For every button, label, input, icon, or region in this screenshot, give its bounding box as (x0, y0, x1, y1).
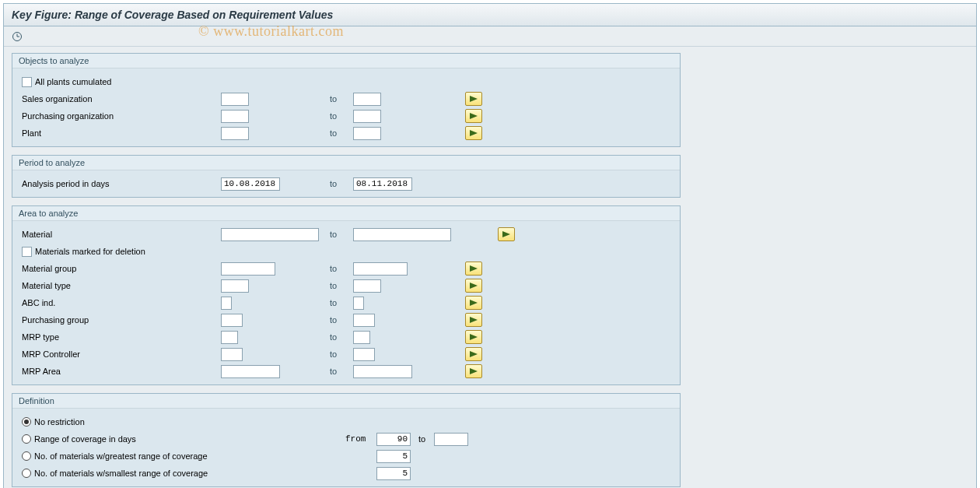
material-group-multi-button[interactable] (465, 262, 482, 276)
purchasing-group-to[interactable] (353, 314, 375, 327)
from-label: from (345, 434, 376, 444)
window-title: Key Figure: Range of Coverage Based on R… (12, 9, 333, 21)
purchasing-group-label: Purchasing group (22, 315, 89, 325)
smallest-radio[interactable] (22, 469, 31, 478)
arrow-right-icon (470, 317, 478, 323)
to-label: to (330, 332, 337, 342)
to-label: to (330, 349, 337, 359)
svg-marker-13 (470, 368, 478, 374)
svg-marker-4 (470, 113, 478, 119)
group-definition: Definition No restriction Range of cover… (12, 393, 681, 487)
mrp-area-to[interactable] (353, 365, 412, 378)
greatest-label: No. of materials w/greatest range of cov… (34, 451, 208, 461)
smallest-label: No. of materials w/smallest range of cov… (34, 469, 208, 478)
greatest-radio[interactable] (22, 451, 31, 461)
abc-to[interactable] (353, 297, 364, 310)
material-label: Material (22, 230, 52, 239)
smallest-value[interactable] (376, 467, 411, 480)
analysis-period-to[interactable] (353, 177, 412, 191)
mrp-type-from[interactable] (221, 331, 238, 344)
range-days-from[interactable] (376, 433, 411, 446)
purchasing-group-multi-button[interactable] (465, 313, 482, 327)
to-label: to (330, 179, 337, 188)
material-type-from[interactable] (221, 279, 249, 293)
purchasing-org-from[interactable] (221, 110, 249, 123)
group-area: Area to analyze Material to Materials ma… (12, 205, 681, 385)
abc-multi-button[interactable] (465, 296, 482, 310)
mrp-area-from[interactable] (221, 365, 280, 378)
window: Key Figure: Range of Coverage Based on R… (3, 3, 977, 488)
arrow-right-icon (470, 283, 478, 289)
mrp-area-label: MRP Area (22, 367, 61, 376)
material-type-label: Material type (22, 281, 71, 290)
svg-marker-12 (470, 351, 478, 357)
arrow-right-icon (470, 368, 478, 374)
materials-deletion-checkbox[interactable] (22, 247, 32, 257)
plant-multi-button[interactable] (465, 126, 482, 140)
material-group-from[interactable] (221, 262, 275, 276)
svg-marker-8 (470, 283, 478, 289)
material-type-to[interactable] (353, 279, 381, 293)
no-restriction-label: No restriction (34, 417, 85, 427)
analysis-period-label: Analysis period in days (22, 179, 110, 188)
to-label: to (330, 111, 337, 121)
group-objects: Objects to analyze All plants cumulated … (12, 53, 681, 147)
titlebar: Key Figure: Range of Coverage Based on R… (4, 4, 976, 26)
arrow-right-icon (470, 130, 478, 136)
purchasing-org-multi-button[interactable] (465, 109, 482, 123)
svg-marker-6 (502, 231, 510, 237)
purchasing-org-label: Purchasing organization (22, 111, 114, 121)
clock-execute-icon (12, 31, 23, 42)
watermark: © www.tutorialkart.com (198, 23, 344, 40)
material-from[interactable] (221, 228, 319, 241)
sales-org-label: Sales organization (22, 94, 93, 104)
toolbar: © www.tutorialkart.com (4, 26, 976, 47)
no-restriction-radio[interactable] (22, 417, 31, 427)
mrp-type-multi-button[interactable] (465, 330, 482, 344)
mrp-controller-to[interactable] (353, 348, 375, 361)
plant-label: Plant (22, 128, 41, 138)
arrow-right-icon (470, 351, 478, 357)
sales-org-multi-button[interactable] (465, 92, 482, 106)
plant-from[interactable] (221, 127, 249, 140)
to-label: to (330, 315, 337, 325)
to-label: to (330, 94, 337, 104)
mrp-type-to[interactable] (353, 331, 370, 344)
material-group-to[interactable] (353, 262, 408, 276)
material-type-multi-button[interactable] (465, 279, 482, 293)
svg-marker-9 (470, 300, 478, 306)
group-title-area: Area to analyze (12, 206, 680, 221)
to-label: to (330, 367, 337, 376)
material-group-label: Material group (22, 264, 76, 273)
to-label: to (330, 281, 337, 290)
plant-to[interactable] (353, 127, 381, 140)
purchasing-group-from[interactable] (221, 314, 243, 327)
arrow-right-icon (470, 113, 478, 119)
mrp-controller-from[interactable] (221, 348, 243, 361)
group-title-period: Period to analyze (12, 156, 680, 170)
arrow-right-icon (470, 300, 478, 306)
group-period: Period to analyze Analysis period in day… (12, 155, 681, 198)
purchasing-org-to[interactable] (353, 110, 381, 123)
svg-marker-3 (470, 96, 478, 102)
material-multi-button[interactable] (498, 227, 515, 241)
execute-button[interactable] (9, 29, 26, 44)
mrp-controller-multi-button[interactable] (465, 347, 482, 361)
range-days-radio[interactable] (22, 434, 31, 444)
arrow-right-icon (470, 265, 478, 272)
sales-org-to[interactable] (353, 93, 381, 106)
mrp-controller-label: MRP Controller (22, 349, 80, 359)
mrp-area-multi-button[interactable] (465, 364, 482, 378)
all-plants-checkbox[interactable] (22, 77, 32, 87)
range-days-label: Range of coverage in days (34, 434, 136, 444)
analysis-period-from[interactable] (221, 177, 280, 191)
group-title-objects: Objects to analyze (12, 54, 680, 68)
range-days-to[interactable] (434, 433, 468, 446)
greatest-value[interactable] (376, 450, 411, 463)
material-to[interactable] (353, 228, 451, 241)
mrp-type-label: MRP type (22, 332, 59, 342)
abc-from[interactable] (221, 297, 232, 310)
sales-org-from[interactable] (221, 93, 249, 106)
arrow-right-icon (470, 96, 478, 102)
arrow-right-icon (470, 334, 478, 340)
